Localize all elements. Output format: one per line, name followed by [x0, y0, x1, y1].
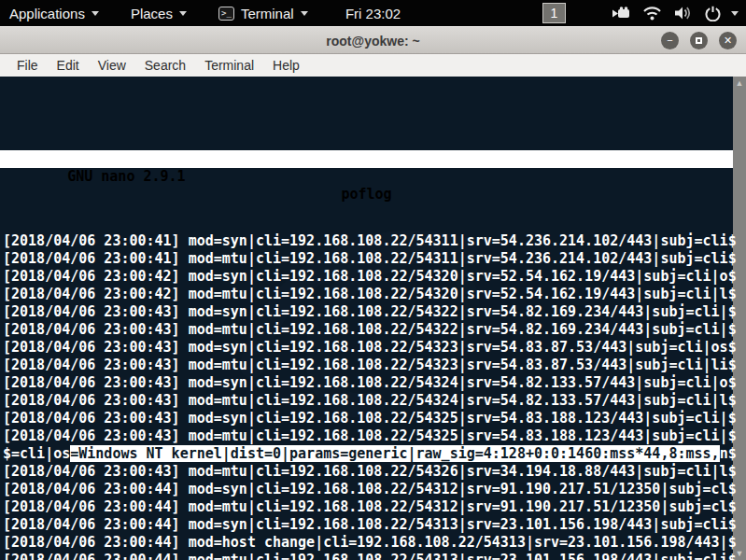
menu-item-edit[interactable]: Edit [48, 56, 89, 75]
applications-menu[interactable]: Applications [0, 0, 108, 26]
applications-menu-label: Applications [9, 6, 85, 21]
log-line: [2018/04/06 23:00:43] mod=syn|cli=192.16… [0, 374, 733, 392]
places-menu-label: Places [131, 6, 173, 21]
chevron-down-icon [301, 11, 308, 16]
log-line: [2018/04/06 23:00:43] mod=syn|cli=192.16… [0, 339, 733, 357]
menu-item-file[interactable]: File [7, 56, 48, 75]
panel-system-tray: 1 [542, 3, 739, 23]
screen-record-icon[interactable] [605, 7, 637, 20]
log-line: [2018/04/06 23:00:43] mod=mtu|cli=192.16… [0, 321, 733, 339]
menu-item-search[interactable]: Search [135, 56, 195, 75]
log-line: [2018/04/06 23:00:43] mod=mtu|cli=192.16… [0, 392, 733, 410]
window-titlebar[interactable]: root@yokwe: ~ − ✕ [0, 26, 746, 54]
log-line: [2018/04/06 23:00:44] mod=syn|cli=192.16… [0, 516, 733, 534]
nano-titlebar: GNU nano 2.9.1 poflog [0, 150, 733, 168]
volume-icon[interactable] [668, 6, 698, 21]
window-controls: − ✕ [661, 32, 737, 49]
terminal-menu-label: Terminal [241, 6, 294, 21]
maximize-button[interactable] [690, 32, 708, 49]
log-line: [2018/04/06 23:00:44] mod=mtu|cli=192.16… [0, 498, 733, 516]
scroll-up-icon[interactable]: ▲ [736, 77, 744, 90]
nano-buffer[interactable]: [2018/04/06 23:00:41] mod=syn|cli=192.16… [0, 232, 733, 560]
log-line: [2018/04/06 23:00:44] mod=host change|cl… [0, 534, 733, 552]
log-line: [2018/04/06 23:00:42] mod=mtu|cli=192.16… [0, 286, 733, 303]
system-menu-chevron-icon[interactable] [731, 11, 739, 16]
window-title: root@yokwe: ~ [326, 34, 419, 49]
menu-item-help[interactable]: Help [263, 56, 309, 75]
workspace-indicator[interactable]: 1 [542, 3, 566, 23]
desktop-top-panel: Applications Places >_ Terminal Fri 23:0… [0, 0, 746, 26]
log-line: [2018/04/06 23:00:43] mod=syn|cli=192.16… [0, 410, 733, 427]
maximize-icon [696, 37, 702, 44]
log-line: [2018/04/06 23:00:44] mod=mtu|cli=192.16… [0, 552, 733, 560]
log-line: $=cli|os=Windows NT kernel|dist=0|params… [0, 445, 733, 463]
nano-filename: poflog [341, 186, 391, 203]
close-button[interactable]: ✕ [719, 32, 737, 49]
log-line: [2018/04/06 23:00:41] mod=syn|cli=192.16… [0, 232, 733, 250]
power-icon[interactable] [698, 6, 727, 21]
panel-clock[interactable]: Fri 23:02 [345, 6, 401, 21]
log-line: [2018/04/06 23:00:43] mod=mtu|cli=192.16… [0, 463, 733, 481]
terminal-icon: >_ [218, 7, 234, 21]
log-line: [2018/04/06 23:00:43] mod=syn|cli=192.16… [0, 303, 733, 321]
menu-item-terminal[interactable]: Terminal [195, 56, 263, 75]
places-menu[interactable]: Places [121, 0, 196, 26]
terminal-window: GNU nano 2.9.1 poflog [2018/04/06 23:00:… [0, 77, 746, 560]
chevron-down-icon [91, 11, 99, 16]
log-line: [2018/04/06 23:00:41] mod=mtu|cli=192.16… [0, 250, 733, 268]
log-line: [2018/04/06 23:00:43] mod=mtu|cli=192.16… [0, 427, 733, 445]
chevron-down-icon [179, 11, 187, 16]
wifi-icon[interactable] [637, 7, 668, 21]
terminal-menubar: FileEditViewSearchTerminalHelp [0, 54, 746, 77]
log-line: [2018/04/06 23:00:44] mod=syn|cli=192.16… [0, 481, 733, 498]
nano-version: GNU nano 2.9.1 [50, 168, 185, 185]
log-line: [2018/04/06 23:00:42] mod=syn|cli=192.16… [0, 268, 733, 286]
highlighted-text: =Windows NT kernel|dist=0|params=generic… [70, 445, 719, 462]
terminal-screen: GNU nano 2.9.1 poflog [2018/04/06 23:00:… [0, 77, 733, 560]
log-line: [2018/04/06 23:00:43] mod=mtu|cli=192.16… [0, 357, 733, 374]
menu-item-view[interactable]: View [89, 56, 135, 75]
terminal-app-menu[interactable]: >_ Terminal [209, 0, 317, 26]
minimize-button[interactable]: − [661, 32, 679, 49]
